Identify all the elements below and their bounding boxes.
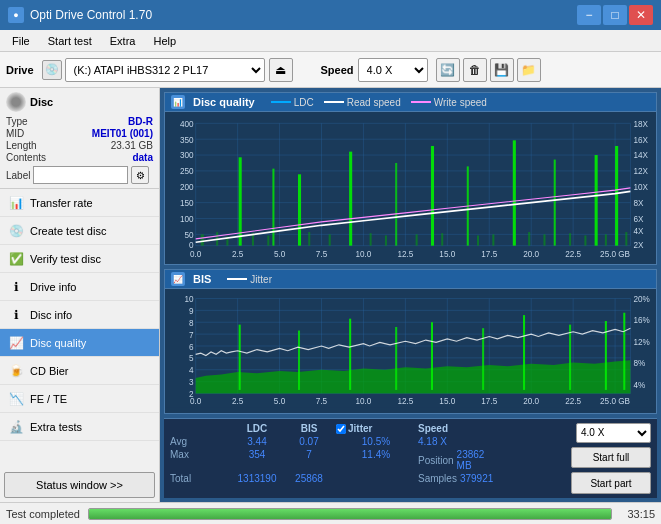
- svg-text:2X: 2X: [633, 240, 643, 250]
- svg-rect-136: [569, 325, 571, 390]
- disc-type-row: Type BD-R: [6, 116, 153, 127]
- svg-rect-133: [431, 323, 433, 391]
- nav-verify-test-disc[interactable]: ✅ Verify test disc: [0, 245, 159, 273]
- svg-text:7: 7: [189, 329, 194, 340]
- jitter-legend-label: Jitter: [250, 274, 272, 285]
- nav-extra-tests[interactable]: 🔬 Extra tests: [0, 413, 159, 441]
- toolbar: Drive 💿 (K:) ATAPI iHBS312 2 PL17 ⏏ Spee…: [0, 52, 661, 88]
- svg-text:2.5: 2.5: [232, 396, 243, 407]
- svg-text:150: 150: [180, 198, 194, 208]
- svg-rect-74: [492, 234, 494, 245]
- quality-chart-header: 📊 Disc quality LDC Read speed Write spee…: [165, 93, 656, 112]
- svg-text:400: 400: [180, 118, 194, 128]
- close-button[interactable]: ✕: [629, 5, 653, 25]
- menu-start-test[interactable]: Start test: [40, 33, 100, 49]
- svg-text:10: 10: [185, 294, 194, 305]
- svg-text:8: 8: [189, 318, 194, 329]
- time-display: 33:15: [620, 508, 655, 520]
- start-full-button[interactable]: Start full: [571, 447, 651, 469]
- drive-selector[interactable]: (K:) ATAPI iHBS312 2 PL17: [65, 58, 265, 82]
- nav-disc-info-label: Disc info: [30, 309, 72, 321]
- disc-contents-value: data: [132, 152, 153, 163]
- eject-button[interactable]: ⏏: [269, 58, 293, 82]
- disc-mid-label: MID: [6, 128, 24, 139]
- svg-rect-78: [584, 235, 586, 245]
- burn-button[interactable]: 💾: [490, 58, 514, 82]
- svg-rect-55: [395, 163, 397, 246]
- verify-test-disc-icon: ✅: [8, 251, 24, 267]
- nav-disc-info[interactable]: ℹ Disc info: [0, 301, 159, 329]
- stats-bar: LDC BIS Jitter Speed Avg 3.44 0.07 10.5%…: [164, 418, 657, 498]
- bis-legend: Jitter: [227, 274, 272, 285]
- disc-length-value: 23.31 GB: [111, 140, 153, 151]
- menu-file[interactable]: File: [4, 33, 38, 49]
- svg-text:20%: 20%: [633, 294, 649, 305]
- menu-help[interactable]: Help: [145, 33, 184, 49]
- stats-max-label: Max: [170, 449, 230, 471]
- svg-text:12X: 12X: [633, 166, 648, 176]
- minimize-button[interactable]: −: [577, 5, 601, 25]
- erase-button[interactable]: 🗑: [463, 58, 487, 82]
- disc-quality-icon: 📈: [8, 335, 24, 351]
- nav-drive-info-label: Drive info: [30, 281, 76, 293]
- nav-disc-quality-label: Disc quality: [30, 337, 86, 349]
- svg-text:8X: 8X: [633, 198, 643, 208]
- nav-transfer-rate[interactable]: 📊 Transfer rate: [0, 189, 159, 217]
- nav-disc-quality[interactable]: 📈 Disc quality: [0, 329, 159, 357]
- svg-text:8%: 8%: [633, 358, 645, 369]
- save-button[interactable]: 📁: [517, 58, 541, 82]
- legend-write-speed: Write speed: [411, 97, 487, 108]
- cd-bier-icon: 🍺: [8, 363, 24, 379]
- svg-rect-77: [569, 233, 571, 245]
- stats-speed-header: Speed: [418, 423, 498, 434]
- nav-create-test-disc[interactable]: 💿 Create test disc: [0, 217, 159, 245]
- svg-text:20.0: 20.0: [523, 396, 539, 407]
- status-window-button[interactable]: Status window >>: [4, 472, 155, 498]
- stats-total-label: Total: [170, 473, 230, 484]
- disc-mid-row: MID MEIT01 (001): [6, 128, 153, 139]
- menu-extra[interactable]: Extra: [102, 33, 144, 49]
- svg-text:17.5: 17.5: [481, 396, 497, 407]
- stats-samples-label: Samples: [418, 473, 457, 484]
- svg-rect-72: [441, 233, 443, 245]
- menu-bar: File Start test Extra Help: [0, 30, 661, 52]
- stats-speed-selector[interactable]: 4.0 X: [576, 423, 651, 443]
- nav-cd-bier[interactable]: 🍺 CD Bier: [0, 357, 159, 385]
- svg-rect-75: [528, 232, 530, 246]
- stats-samples-cell: Samples 379921: [418, 473, 498, 484]
- disc-contents-row: Contents data: [6, 152, 153, 163]
- svg-text:25.0 GB: 25.0 GB: [600, 249, 630, 259]
- stats-avg-label: Avg: [170, 436, 230, 447]
- svg-text:14X: 14X: [633, 150, 648, 160]
- svg-rect-66: [267, 235, 269, 245]
- disc-label-button[interactable]: ⚙: [131, 166, 149, 184]
- nav-drive-info[interactable]: ℹ Drive info: [0, 273, 159, 301]
- svg-rect-131: [349, 319, 351, 390]
- stats-jitter-header: Jitter: [348, 423, 372, 434]
- status-text: Test completed: [6, 508, 80, 520]
- disc-length-label: Length: [6, 140, 37, 151]
- nav-verify-test-disc-label: Verify test disc: [30, 253, 101, 265]
- nav-cd-bier-label: CD Bier: [30, 365, 69, 377]
- nav-fe-te[interactable]: 📉 FE / TE: [0, 385, 159, 413]
- stats-total-empty: [336, 473, 416, 484]
- disc-label-input[interactable]: [33, 166, 128, 184]
- bis-chart-icon: 📈: [171, 272, 185, 286]
- read-speed-label: Read speed: [347, 97, 401, 108]
- stats-avg-speed: 4.18 X: [418, 436, 498, 447]
- stats-max-ldc: 354: [232, 449, 282, 471]
- title-bar-controls: − □ ✕: [577, 5, 653, 25]
- start-part-button[interactable]: Start part: [571, 472, 651, 494]
- app-title: Opti Drive Control 1.70: [30, 8, 152, 22]
- jitter-checkbox[interactable]: [336, 424, 346, 434]
- drive-icon: 💿: [42, 60, 62, 80]
- svg-text:16X: 16X: [633, 134, 648, 144]
- speed-selector[interactable]: 4.0 X: [358, 58, 428, 82]
- svg-rect-52: [272, 169, 274, 246]
- progress-bar: [89, 509, 611, 519]
- svg-text:2.5: 2.5: [232, 249, 244, 259]
- maximize-button[interactable]: □: [603, 5, 627, 25]
- refresh-button[interactable]: 🔄: [436, 58, 460, 82]
- svg-rect-61: [615, 146, 618, 246]
- svg-rect-62: [201, 234, 204, 245]
